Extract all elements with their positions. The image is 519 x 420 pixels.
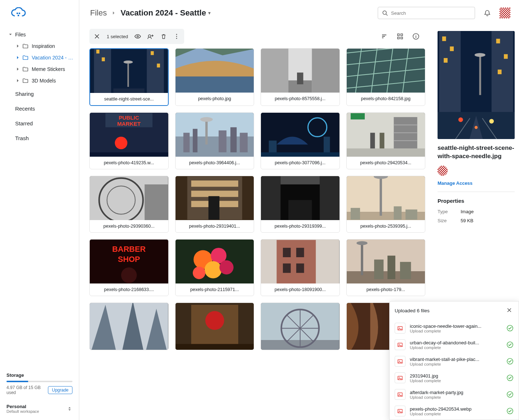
upload-list[interactable]: iconic-space-needle-tower-again... Uploa… [390,320,519,420]
property-row-size: Size 59 KB [438,218,515,223]
file-tile[interactable]: pexels-photo-2168633.... [89,239,169,296]
sidebar-nav-link[interactable]: Starred [0,116,79,131]
grid-scroll[interactable]: seattle-night-street-sce... pexels-photo… [79,47,432,420]
thumbnail-image [176,176,254,220]
user-avatar[interactable] [500,8,510,18]
file-grid-panel: 1 selected seattle-night-street-sce... p… [79,26,432,420]
sidebar-nav-link[interactable]: Sharing [0,86,79,101]
sort-button[interactable] [378,30,391,43]
file-tile[interactable]: seattle-night-street-sce... [89,48,169,106]
upgrade-button[interactable]: Upgrade [48,386,72,394]
file-tile[interactable]: pexels-photo-419235.w... [89,112,169,169]
search-icon [382,10,388,16]
storage-bar [6,381,72,382]
storage-title: Storage [6,372,72,378]
details-toggle-button[interactable] [409,30,422,43]
divider [438,192,515,192]
chevron-right-icon [16,55,19,60]
image-file-icon [395,389,405,400]
sidebar-nav-link[interactable]: Trash [0,131,79,146]
thumbnail-image [176,240,254,283]
file-name-label: pexels-photo-29420534... [347,157,425,169]
thumbnail-image [261,113,340,157]
clear-selection-button[interactable] [91,30,103,43]
workspace-switcher[interactable]: Personal Default workspace [0,399,79,420]
breadcrumb-root[interactable]: Files [90,8,107,18]
file-name-label: pexels-photo.jpg [176,93,254,105]
file-name-label: pexels-photo-2115971... [176,283,254,296]
sidebar-folder-item[interactable]: Vacation 2024 - S... [0,52,79,63]
upload-item: pexels-photo-29420534.webp Upload comple… [393,403,515,419]
thumbnail-image [347,113,425,157]
info-icon [412,33,420,40]
upload-item: 29319401.jpg Upload complete [393,370,515,386]
delete-button[interactable] [158,30,170,43]
file-tile[interactable]: pexels-photo-2539395.j... [346,176,426,233]
file-tile[interactable]: pexels-photo-29319399... [261,176,340,233]
files-tree-label: Files [15,32,26,37]
svg-rect-161 [19,13,20,14]
svg-point-164 [438,166,448,176]
file-tile[interactable]: pexels-photo-3964406.j... [175,112,254,169]
file-tile[interactable]: pexels-photo-29390360... [89,176,169,233]
close-icon [506,307,512,313]
thumbnail-image [90,113,168,157]
file-tile[interactable]: pexels-photo-179... [346,239,426,296]
file-tile[interactable] [89,303,169,350]
file-tile[interactable]: pexels-photo-3077096.j... [261,112,340,169]
preview-button[interactable] [132,30,144,43]
upload-toast: Uploaded 6 files iconic-space-needle-tow… [389,301,519,420]
upload-item-name: pexels-photo-29420534.webp [410,406,502,412]
cloud-logo-icon [10,7,26,19]
owner-avatar[interactable] [438,166,448,176]
more-actions-button[interactable] [170,30,183,43]
upload-item-name: 29319401.jpg [410,373,502,379]
selection-count: 1 selected [104,34,131,39]
check-circle-icon [506,407,514,415]
search-input[interactable] [391,10,471,16]
upload-item: iconic-space-needle-tower-again... Uploa… [393,320,515,336]
file-tile[interactable] [175,303,254,350]
manage-access-link[interactable]: Manage Access [438,180,473,186]
more-vertical-icon [173,33,180,40]
upload-toast-close[interactable] [505,306,514,316]
folder-label: Inspiration [32,43,55,49]
thumbnail-image [90,176,168,220]
thumbnail-image [176,113,254,157]
thumbnail-image [261,240,340,283]
notifications-button[interactable] [481,6,494,19]
share-button[interactable] [145,30,157,43]
upload-item-name: urban-decay-of-abandoned-buil... [410,340,502,345]
file-tile[interactable]: pexels-photo-2115971... [175,239,254,296]
chevron-right-icon [16,44,19,48]
file-tile[interactable]: pexels-photo-29319401... [175,176,254,233]
upload-item: afterdark-market-party.jpg Upload comple… [393,386,515,403]
view-grid-button[interactable] [394,30,407,43]
file-tile[interactable]: pexels-photo-842158.jpg [346,48,426,106]
sidebar-folder-item[interactable]: Inspiration [0,40,79,52]
upload-item: vibrant-market-stall-at-pike-plac... Upl… [393,353,515,370]
upload-item-status: Upload complete [410,362,502,366]
file-name-label: pexels-photo-29319401... [176,220,254,232]
file-tile[interactable]: pexels-photo-8575558.j... [261,48,340,106]
file-tile[interactable] [261,303,340,350]
sidebar-folder-item[interactable]: Meme Stickers [0,63,79,75]
thumbnail-image [176,303,254,350]
sidebar-nav-link[interactable]: Recents [0,101,79,116]
folder-label: 3D Models [32,78,56,84]
search-box[interactable] [378,7,475,19]
file-tile[interactable]: pexels-photo-29420534... [346,112,426,169]
image-file-icon [395,372,405,383]
breadcrumb-current[interactable]: Vacation 2024 - Seattle ▾ [120,8,210,18]
thumbnail-image [261,303,340,350]
upload-toast-title: Uploaded 6 files [395,308,430,313]
sidebar: Files Inspiration Vacation 2024 - S... M… [0,0,79,420]
sidebar-folder-item[interactable]: 3D Models [0,75,79,86]
topbar: Files Vacation 2024 - Seattle ▾ [79,0,519,26]
file-tile[interactable]: pexels-photo.jpg [175,48,254,106]
eye-icon [134,33,141,40]
files-tree-root[interactable]: Files [0,29,79,40]
folder-label: Vacation 2024 - S... [32,55,73,61]
file-tile[interactable]: pexels-photo-18091900... [261,239,340,296]
app-logo[interactable] [0,0,79,26]
